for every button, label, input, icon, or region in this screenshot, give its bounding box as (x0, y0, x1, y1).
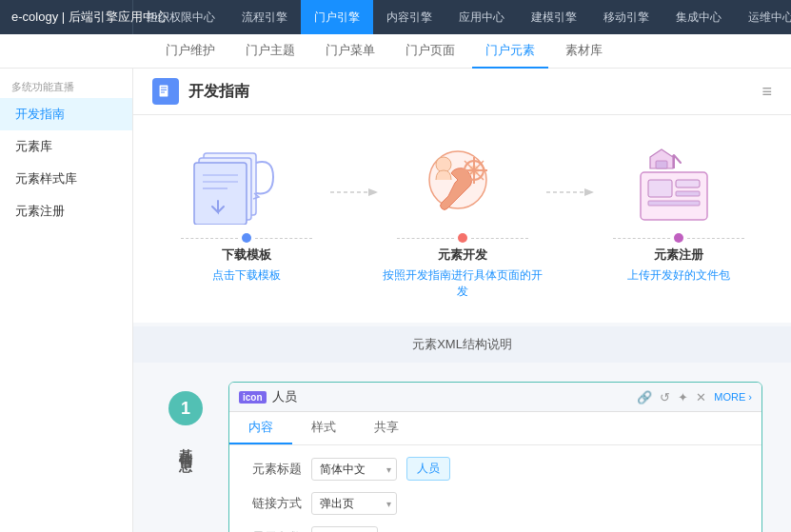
demo-step-indicator: 1 基础信息 (162, 382, 209, 532)
step3-label: 元素注册 (654, 246, 703, 264)
connector-2 (546, 144, 594, 199)
element-title-tag: 人员 (406, 457, 450, 481)
demo-step-number: 1 (168, 391, 203, 425)
svg-rect-27 (656, 161, 667, 168)
more-link[interactable]: MORE › (714, 391, 752, 403)
connector-1 (330, 144, 378, 199)
svg-rect-23 (648, 180, 672, 197)
demo-area: 1 基础信息 icon 人员 🔗 ↺ ✦ ✕ MORE › 内容 (133, 363, 791, 532)
page-header: 开发指南 ≡ (133, 69, 791, 115)
svg-marker-21 (584, 188, 594, 196)
select-link-wrapper: 弹出页 (311, 492, 397, 515)
refresh-icon[interactable]: ↺ (660, 390, 670, 404)
settings-icon[interactable]: ✦ (678, 390, 688, 404)
select-language-wrapper: 简体中文 (311, 458, 397, 481)
demo-card-title: 人员 (272, 388, 297, 405)
select-link-type[interactable]: 弹出页 (311, 492, 397, 515)
nav-item-integration[interactable]: 集成中心 (662, 0, 735, 34)
step1-illustration (189, 144, 304, 229)
svg-rect-6 (194, 163, 247, 225)
label-link-type: 链接方式 (245, 495, 302, 512)
top-nav: 组织权限中心 流程引擎 门户引擎 内容引擎 应用中心 建模引擎 移动引擎 集成中… (133, 0, 791, 34)
step2-illustration (405, 144, 520, 229)
nav-item-ops[interactable]: 运维中心 (735, 0, 791, 34)
demo-card-actions: 🔗 ↺ ✦ ✕ MORE › (637, 390, 752, 404)
subnav-material-lib[interactable]: 素材库 (552, 34, 616, 69)
close-icon[interactable]: ✕ (696, 390, 706, 404)
link-icon[interactable]: 🔗 (637, 390, 652, 404)
step-download: 下载模板 点击下载模板 (162, 144, 330, 284)
xml-section: 元素XML结构说明 (133, 326, 791, 363)
steps-section: 下载模板 点击下载模板 (133, 115, 791, 323)
tab-style[interactable]: 样式 (292, 412, 355, 444)
nav-item-model[interactable]: 建模引擎 (518, 0, 590, 34)
step-develop: 元素开发 按照开发指南进行具体页面的开发 (378, 144, 546, 300)
nav-item-org[interactable]: 组织权限中心 (133, 0, 228, 34)
tab-content[interactable]: 内容 (229, 412, 292, 444)
nav-item-flow[interactable]: 流程引擎 (228, 0, 301, 34)
svg-marker-11 (368, 188, 378, 196)
demo-card-body: 元素标题 简体中文 人员 链接方式 弹出页 (229, 445, 761, 532)
step2-desc: 按照开发指南进行具体页面的开发 (378, 267, 546, 300)
step3-desc: 上传开发好的文件包 (627, 267, 730, 284)
svg-rect-24 (676, 180, 700, 187)
nav-item-app[interactable]: 应用中心 (445, 0, 518, 34)
sub-nav: 门户维护 门户主题 门户菜单 门户页面 门户元素 素材库 (0, 34, 791, 69)
steps-row: 下载模板 点击下载模板 (162, 134, 762, 300)
xml-section-title: 元素XML结构说明 (412, 337, 512, 351)
select-language[interactable]: 简体中文 (311, 458, 397, 481)
page-title: 开发指南 (188, 82, 249, 102)
svg-rect-0 (159, 85, 168, 97)
sidebar-item-element-lib[interactable]: 元素库 (0, 130, 132, 163)
nav-item-mobile[interactable]: 移动引擎 (590, 0, 662, 34)
sidebar-item-element-register[interactable]: 元素注册 (0, 195, 132, 227)
subnav-portal-page[interactable]: 门户页面 (392, 34, 468, 69)
label-element-title: 元素标题 (245, 461, 302, 478)
demo-card-icon-badge: icon (239, 391, 267, 404)
svg-rect-25 (676, 191, 700, 196)
page-header-icon (152, 78, 179, 105)
page-menu-icon[interactable]: ≡ (761, 82, 772, 102)
main-layout: 多统功能直播 开发指南 元素库 元素样式库 元素注册 开发指南 ≡ (0, 69, 791, 532)
input-display-count[interactable] (311, 526, 378, 532)
form-row-link-type: 链接方式 弹出页 (245, 492, 746, 515)
form-row-display-count: 显示条数 (245, 526, 746, 532)
step2-label: 元素开发 (438, 246, 487, 264)
sidebar-item-dev-guide[interactable]: 开发指南 (0, 98, 132, 130)
svg-rect-26 (648, 201, 700, 206)
demo-card: icon 人员 🔗 ↺ ✦ ✕ MORE › 内容 样式 共享 (228, 382, 762, 532)
nav-item-portal[interactable]: 门户引擎 (301, 0, 373, 34)
subnav-portal-theme[interactable]: 门户主题 (232, 34, 308, 69)
sidebar: 多统功能直播 开发指南 元素库 元素样式库 元素注册 (0, 69, 133, 532)
step-register: 元素注册 上传开发好的文件包 (594, 144, 762, 284)
demo-card-header: icon 人员 🔗 ↺ ✦ ✕ MORE › (229, 383, 761, 412)
tab-share[interactable]: 共享 (355, 412, 418, 444)
sidebar-section-title: 多统功能直播 (0, 72, 132, 98)
content-area: 开发指南 ≡ (133, 69, 791, 532)
step3-illustration (622, 144, 736, 229)
subnav-portal-menu[interactable]: 门户菜单 (312, 34, 388, 69)
nav-item-content[interactable]: 内容引擎 (373, 0, 445, 34)
demo-step-label: 基础信息 (177, 437, 194, 452)
step1-desc[interactable]: 点击下载模板 (212, 267, 281, 284)
subnav-portal-element[interactable]: 门户元素 (472, 34, 548, 69)
sidebar-item-element-style-lib[interactable]: 元素样式库 (0, 163, 132, 195)
demo-card-tabs: 内容 样式 共享 (229, 412, 761, 445)
step1-label: 下载模板 (222, 246, 271, 264)
top-bar: e-cology | 后端引擎应用中心 组织权限中心 流程引擎 门户引擎 内容引… (0, 0, 791, 34)
form-row-element-title: 元素标题 简体中文 人员 (245, 457, 746, 481)
subnav-portal-maintain[interactable]: 门户维护 (152, 34, 228, 69)
logo: e-cology | 后端引擎应用中心 (0, 0, 133, 34)
